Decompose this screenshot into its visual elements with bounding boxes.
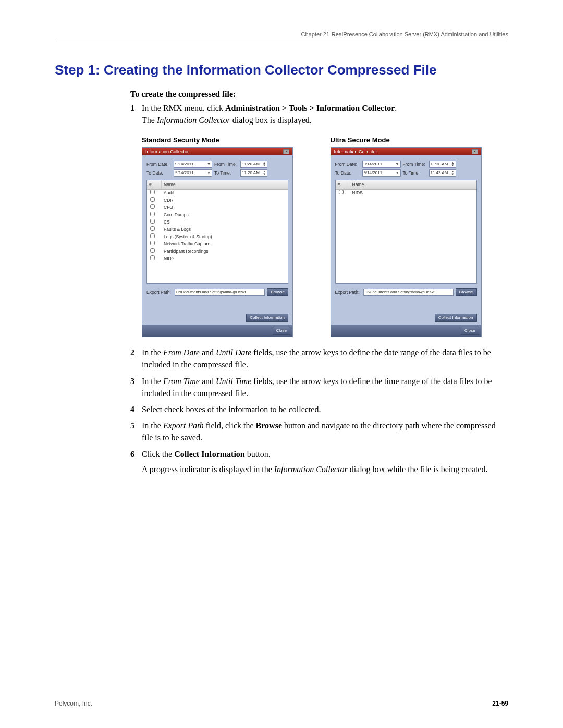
dialog-titlebar: Information Collector × [142,148,292,155]
chevron-down-icon[interactable]: ▼ [207,162,211,167]
collect-information-button[interactable]: Collect Information [246,314,288,322]
close-button[interactable]: Close [273,327,290,335]
from-date-label: From Date: [146,161,172,167]
from-date-field[interactable]: 9/14/2011▼ [174,161,212,168]
step-2: In the From Date and Until Date fields, … [130,347,508,371]
table-row: Logs (System & Startup) [147,233,288,241]
from-time-field[interactable]: 11:20 AM▲▼ [240,161,267,168]
table-row: NIDS [147,255,288,263]
export-path-label: Export Path: [335,289,361,295]
close-button[interactable]: Close [461,327,479,335]
step-5: In the Export Path field, click the Brow… [130,419,508,443]
standard-mode-label: Standard Security Mode [142,135,320,145]
step-1: In the RMX menu, click Administration > … [130,102,508,337]
export-path-field[interactable]: C:\Documents and Settings\ana-g\Deskt [175,289,265,296]
from-time-label: From Time: [403,161,427,167]
page-number: 21-59 [492,700,508,707]
from-time-label: From Time: [214,161,238,167]
item-checkbox[interactable] [150,197,155,202]
page-title: Step 1: Creating the Information Collect… [55,62,508,78]
collect-information-button[interactable]: Collect Information [435,314,477,322]
footer-company: Polycom, Inc. [55,700,92,707]
spinner-icon[interactable]: ▲▼ [451,162,455,167]
to-date-label: To Date: [146,170,172,176]
to-time-label: To Time: [214,170,238,176]
table-row: NIDS [336,190,476,197]
chapter-header: Chapter 21-RealPresence Collaboration Se… [55,31,508,41]
table-row: CDR [147,197,288,204]
spinner-icon[interactable]: ▲▼ [451,170,455,176]
item-checkbox[interactable] [150,255,155,260]
from-date-field[interactable]: 9/14/2011▼ [362,161,401,168]
table-row: Participant Recordings [147,248,288,255]
step-3: In the From Time and Until Time fields, … [130,375,508,399]
table-row: Network Traffic Capture [147,241,288,248]
from-date-label: From Date: [335,161,360,167]
dialog-titlebar: Information Collector × [331,148,481,155]
browse-button[interactable]: Browse [267,288,288,296]
item-checkbox[interactable] [150,190,155,194]
to-date-field[interactable]: 9/14/2011▼ [362,169,401,177]
from-time-field[interactable]: 11:38 AM▲▼ [429,161,456,168]
item-checkbox[interactable] [150,241,155,245]
to-date-label: To Date: [335,170,360,176]
table-row: CS [147,219,288,226]
items-table: # Name Audit CDR CFG Core Dumps CS [146,180,288,284]
to-time-field[interactable]: 11:20 AM▲▼ [240,169,267,177]
chevron-down-icon[interactable]: ▼ [396,170,399,176]
step-6: Click the Collect Information button. A … [130,448,508,475]
table-row: CFG [147,204,288,212]
step-4: Select check boxes of the information to… [130,403,508,415]
items-table: # Name NIDS [335,180,477,284]
spinner-icon[interactable]: ▲▼ [263,170,266,176]
item-checkbox[interactable] [339,190,344,194]
item-checkbox[interactable] [150,212,155,216]
export-path-label: Export Path: [146,289,173,295]
ultra-mode-label: Ultra Secure Mode [331,135,509,145]
ultra-mode-column: Ultra Secure Mode Information Collector … [331,135,509,337]
export-path-field[interactable]: C:\Documents and Settings\ana-g\Deskt [363,289,454,296]
standard-mode-column: Standard Security Mode Information Colle… [142,135,320,337]
close-icon[interactable]: × [472,149,478,154]
ultra-dialog: Information Collector × From Date: 9/14/… [331,147,482,337]
chevron-down-icon[interactable]: ▼ [207,170,211,176]
spinner-icon[interactable]: ▲▼ [263,162,266,167]
item-checkbox[interactable] [150,233,155,238]
table-row: Core Dumps [147,212,288,219]
item-checkbox[interactable] [150,204,155,209]
close-icon[interactable]: × [283,149,289,154]
item-checkbox[interactable] [150,226,155,231]
to-time-label: To Time: [403,170,427,176]
subhead: To create the compressed file: [130,90,508,99]
standard-dialog: Information Collector × From Date: 9/14/… [142,147,293,337]
to-time-field[interactable]: 11:43 AM▲▼ [429,169,456,177]
to-date-field[interactable]: 9/14/2011▼ [174,169,212,177]
table-row: Faults & Logs [147,226,288,233]
item-checkbox[interactable] [150,248,155,253]
table-row: Audit [147,190,288,197]
item-checkbox[interactable] [150,219,155,224]
browse-button[interactable]: Browse [456,288,477,296]
chevron-down-icon[interactable]: ▼ [396,162,399,167]
